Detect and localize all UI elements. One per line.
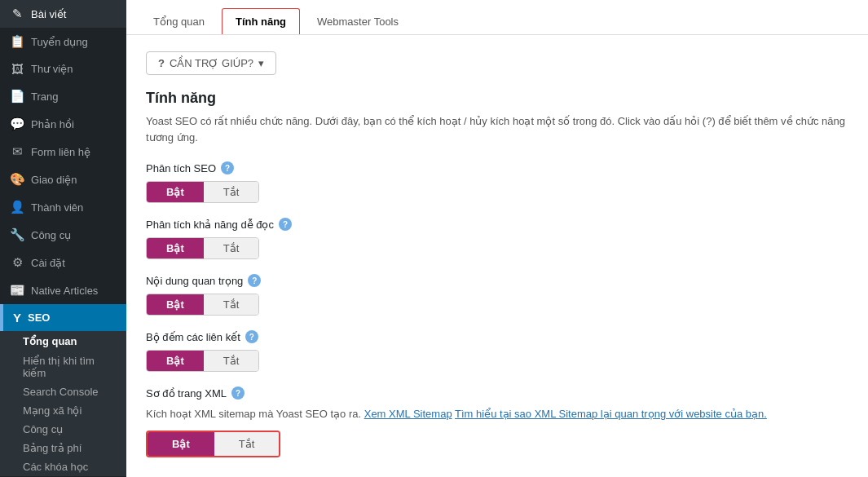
help-icon-phan-tich-seo[interactable]: ?: [221, 161, 234, 174]
wrench-icon: 🔧: [10, 227, 24, 242]
newspaper-icon: 📰: [10, 283, 24, 298]
sidebar-seo-cac-khoa-hoc[interactable]: Các khóa học: [0, 457, 126, 476]
toggle-off-phan-tich-seo[interactable]: Tắt: [204, 182, 259, 202]
tabs-bar: Tổng quan Tính năng Webmaster Tools: [126, 0, 868, 35]
help-icon-bo-dem[interactable]: ?: [245, 330, 258, 343]
feature-noi-dung-quan-trong: Nội dung quan trọng ? Bật Tắt: [146, 274, 848, 316]
sidebar-seo-mang-xa-hoi[interactable]: Mạng xã hội: [0, 401, 126, 420]
toggle-off-kha-nang[interactable]: Tắt: [204, 238, 259, 258]
sidebar-item-native-articles[interactable]: 📰 Native Articles: [0, 276, 126, 304]
feature-label-phan-tich-seo: Phân tích SEO ?: [146, 161, 848, 174]
main-content: Tổng quan Tính năng Webmaster Tools ? CẦ…: [126, 0, 868, 477]
xml-sitemap-link2[interactable]: Tìm hiểu tại sao XML Sitemap lại quan tr…: [455, 408, 767, 420]
feature-label-noi-dung: Nội dung quan trọng ?: [146, 274, 848, 287]
feature-label-kha-nang: Phân tích khả năng dễ đọc ?: [146, 218, 848, 231]
feature-phan-tich-seo: Phân tích SEO ? Bật Tắt: [146, 161, 848, 203]
sidebar-item-bai-viet[interactable]: ✎ Bài viết: [0, 0, 126, 28]
palette-icon: 🎨: [10, 172, 24, 187]
sidebar-item-tuyen-dung[interactable]: 📋 Tuyển dụng: [0, 28, 126, 55]
sidebar-item-cai-dat[interactable]: ⚙ Cài đặt: [0, 249, 126, 276]
help-icon-xml[interactable]: ?: [231, 386, 245, 400]
feature-bo-dem-lien-ket: Bộ đếm các liên kết ? Bật Tắt: [146, 330, 848, 372]
toggle-on-phan-tich-seo[interactable]: Bật: [147, 182, 204, 202]
toggle-off-noi-dung[interactable]: Tắt: [204, 294, 259, 315]
tab-webmaster-tools[interactable]: Webmaster Tools: [303, 8, 412, 34]
clipboard-icon: 📋: [10, 34, 24, 49]
toggle-on-kha-nang[interactable]: Bật: [147, 238, 204, 258]
xml-description: Kích hoạt XML sitemap mà Yoast SEO tạo r…: [146, 406, 848, 422]
sidebar-item-trang[interactable]: 📄 Trang: [0, 82, 126, 110]
feature-label-bo-dem: Bộ đếm các liên kết ?: [146, 330, 848, 343]
sidebar-seo-search-console[interactable]: Search Console: [0, 382, 126, 401]
sidebar-item-cong-cu[interactable]: 🔧 Công cụ: [0, 221, 126, 249]
sidebar-seo-hien-thi[interactable]: Hiển thị khi tìm kiếm: [0, 351, 126, 382]
sidebar-seo-bang-tra-phi[interactable]: Bảng trả phí: [0, 439, 126, 457]
sidebar-item-form-lien-he[interactable]: ✉ Form liên hệ: [0, 138, 126, 166]
sidebar-item-giao-dien[interactable]: 🎨 Giao diện: [0, 166, 126, 193]
xml-sitemap-label: Sơ đồ trang XML ?: [146, 386, 848, 400]
toggle-bo-dem: Bật Tắt: [146, 350, 259, 372]
page-icon: 📄: [10, 89, 24, 104]
sidebar-item-phan-hoi[interactable]: 💬 Phản hồi: [0, 110, 126, 138]
sidebar-item-thanh-vien[interactable]: 👤 Thành viên: [0, 193, 126, 221]
content-area: ? CẦN TRỢ GIÚP? ▾ Tính năng Yoast SEO có…: [126, 35, 868, 477]
xml-toggle-group: Bật Tắt: [146, 431, 280, 457]
gear-icon: ⚙: [10, 255, 24, 270]
page-title: Tính năng: [146, 90, 848, 107]
toggle-noi-dung: Bật Tắt: [146, 294, 259, 316]
feature-phan-tich-kha-nang: Phân tích khả năng dễ đọc ? Bật Tắt: [146, 218, 848, 259]
tab-tinh-nang[interactable]: Tính năng: [222, 8, 300, 34]
sidebar-seo-tong-quan[interactable]: Tổng quan: [0, 331, 126, 351]
edit-icon: ✎: [10, 7, 24, 21]
sidebar-seo-cong-cu[interactable]: Công cụ: [0, 420, 126, 439]
tab-tong-quan[interactable]: Tổng quan: [139, 8, 218, 34]
user-icon: 👤: [10, 200, 24, 214]
xml-toggle-off[interactable]: Tắt: [214, 432, 280, 456]
xml-sitemap-link[interactable]: Xem XML Sitemap: [364, 408, 452, 420]
sidebar-item-thu-vien[interactable]: 🖼 Thư viện: [0, 55, 126, 82]
sidebar-seo-header[interactable]: Y SEO: [0, 304, 126, 331]
yoast-icon: Y: [13, 311, 21, 325]
mail-icon: ✉: [10, 144, 24, 159]
help-button[interactable]: ? CẦN TRỢ GIÚP? ▾: [146, 51, 276, 75]
question-icon: ?: [158, 57, 165, 69]
chevron-down-icon: ▾: [258, 57, 264, 69]
toggle-kha-nang: Bật Tắt: [146, 237, 259, 259]
comment-icon: 💬: [10, 117, 24, 131]
section-description: Yoast SEO có rất nhiều chức năng. Dưới đ…: [146, 113, 848, 145]
toggle-on-noi-dung[interactable]: Bật: [147, 294, 204, 315]
xml-sitemap-block: Sơ đồ trang XML ? Kích hoạt XML sitemap …: [146, 386, 848, 457]
sidebar: ✎ Bài viết 📋 Tuyển dụng 🖼 Thư viện 📄 Tra…: [0, 0, 126, 477]
image-icon: 🖼: [10, 62, 24, 76]
toggle-on-bo-dem[interactable]: Bật: [147, 351, 204, 371]
seo-submenu: Tổng quan Hiển thị khi tìm kiếm Search C…: [0, 331, 126, 476]
help-icon-noi-dung[interactable]: ?: [248, 274, 261, 287]
help-icon-kha-nang[interactable]: ?: [279, 218, 292, 231]
toggle-off-bo-dem[interactable]: Tắt: [204, 351, 259, 371]
toggle-phan-tich-seo: Bật Tắt: [146, 181, 259, 203]
xml-toggle-on[interactable]: Bật: [148, 432, 214, 456]
